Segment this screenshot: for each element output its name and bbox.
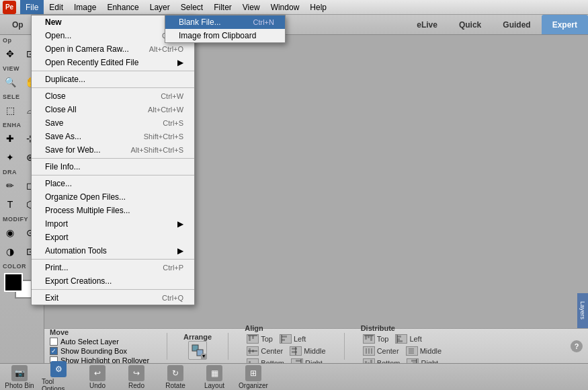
sep-6 [32, 289, 194, 290]
photo-bin-icon: 📷 [11, 365, 28, 381]
redo-label: Redo [128, 382, 144, 389]
menu-close-all[interactable]: Close All Alt+Ctrl+W [32, 103, 194, 116]
menu-select[interactable]: Select [175, 0, 208, 14]
tab-expert[interactable]: Expert [542, 15, 588, 34]
layers-label: Layers [579, 301, 586, 319]
menu-export[interactable]: Export [32, 231, 194, 244]
submenu-blank-file-label: Blank File... [179, 17, 221, 27]
undo-button[interactable]: ↩ Undo [81, 365, 114, 389]
align-center-v[interactable]: Center [245, 346, 285, 356]
foreground-color[interactable] [4, 273, 23, 292]
align-middle[interactable]: Middle [288, 346, 327, 356]
arrange-icon-1[interactable]: ▼ [188, 341, 207, 360]
svg-rect-3 [252, 336, 254, 339]
svg-rect-25 [397, 338, 400, 340]
menu-open-camera-raw[interactable]: Open in Camera Raw... Alt+Ctrl+O [32, 42, 194, 56]
menu-duplicate-label: Duplicate... [45, 75, 85, 84]
menu-close-all-label: Close All [45, 105, 77, 114]
menu-edit[interactable]: Edit [44, 0, 69, 14]
svg-rect-26 [397, 340, 403, 342]
rotate-button[interactable]: ↻ Rotate [159, 365, 192, 389]
menu-file-info[interactable]: File Info... [32, 160, 194, 173]
tab-quick[interactable]: Quick [448, 15, 492, 34]
menu-save-web-shortcut: Alt+Shift+Ctrl+S [131, 146, 184, 154]
align-top[interactable]: Top [245, 334, 275, 344]
photo-bin-button[interactable]: 📷 Photo Bin [3, 365, 36, 389]
tool-dodge[interactable]: ◑ [0, 242, 20, 261]
align-left-icon [280, 334, 292, 344]
auto-select-checkbox[interactable] [50, 338, 58, 346]
tool-brush[interactable]: ✏ [0, 176, 20, 195]
svg-rect-32 [409, 350, 414, 352]
help-button[interactable]: ? [571, 340, 583, 352]
divider-3 [344, 333, 345, 360]
auto-select-row[interactable]: Auto Select Layer [50, 338, 151, 346]
menu-exit[interactable]: Exit Ctrl+Q [32, 291, 194, 305]
show-bounding-checkbox[interactable]: ✓ [50, 347, 58, 355]
menu-automation[interactable]: Automation Tools ▶ [32, 244, 194, 258]
auto-select-label: Auto Select Layer [60, 338, 119, 346]
tool-move[interactable]: ✥ [0, 44, 20, 63]
tool-text[interactable]: T [0, 195, 20, 214]
menu-filter[interactable]: Filter [208, 0, 237, 14]
menu-exit-label: Exit [45, 293, 58, 303]
menu-print-shortcut: Ctrl+P [163, 264, 183, 272]
tool-heal[interactable]: ✦ [0, 148, 20, 167]
submenu-blank-file[interactable]: Blank File... Ctrl+N [165, 15, 285, 29]
svg-rect-20 [365, 336, 367, 340]
menu-import[interactable]: Import ▶ [32, 217, 194, 231]
dist-top[interactable]: Top [361, 334, 391, 344]
dist-left[interactable]: Left [393, 334, 423, 344]
organizer-button[interactable]: ⊞ Organizer [237, 365, 270, 389]
menu-file-info-label: File Info... [45, 162, 81, 171]
menu-window[interactable]: Window [265, 0, 305, 14]
tab-elive[interactable]: eLive [406, 15, 448, 34]
menu-save[interactable]: Save Ctrl+S [32, 116, 194, 130]
menu-image[interactable]: Image [69, 0, 101, 14]
align-middle-label: Middle [304, 347, 325, 355]
dist-center[interactable]: Center [361, 346, 401, 356]
redo-button[interactable]: ↪ Redo [120, 365, 153, 389]
menu-print-label: Print... [45, 263, 69, 272]
tool-options-button[interactable]: ⚙ Tool Options [42, 361, 75, 390]
menu-export-creations[interactable]: Export Creations... [32, 274, 194, 288]
menu-save-web[interactable]: Save for Web... Alt+Shift+Ctrl+S [32, 143, 194, 157]
menu-print[interactable]: Print... Ctrl+P [32, 261, 194, 274]
svg-rect-5 [282, 336, 287, 338]
menu-organize[interactable]: Organize Open Files... [32, 190, 194, 204]
menu-enhance[interactable]: Enhance [101, 0, 144, 14]
layers-button[interactable]: Layers [577, 293, 588, 328]
undo-label: Undo [89, 382, 106, 389]
rotate-label: Rotate [165, 382, 185, 389]
menu-layer[interactable]: Layer [144, 0, 175, 14]
menu-file[interactable]: File [20, 0, 44, 14]
svg-rect-12 [292, 351, 297, 353]
dist-top-label: Top [377, 335, 389, 343]
bottom-panel: 📷 Photo Bin ⚙ Tool Options ↩ Undo ↪ Redo… [0, 363, 588, 390]
dist-middle[interactable]: Middle [404, 346, 444, 356]
tool-blur[interactable]: ◉ [0, 223, 20, 242]
tool-eyedrop[interactable]: ✚ [0, 129, 20, 148]
menu-process-multiple[interactable]: Process Multiple Files... [32, 204, 194, 217]
tool-marquee[interactable]: ⬚ [0, 101, 20, 120]
menu-open-recent-arrow: ▶ [177, 58, 183, 67]
dist-middle-icon [406, 346, 418, 356]
menu-save-as[interactable]: Save As... Shift+Ctrl+S [32, 130, 194, 143]
show-bounding-row[interactable]: ✓ Show Bounding Box [50, 347, 151, 355]
dist-left-icon [395, 334, 407, 344]
align-left[interactable]: Left [278, 334, 308, 344]
submenu-image-clipboard[interactable]: Image from Clipboard [165, 29, 285, 42]
tab-guided[interactable]: Guided [492, 15, 541, 34]
menu-close[interactable]: Close Ctrl+W [32, 89, 194, 103]
align-center-v-icon [247, 346, 259, 356]
menu-duplicate[interactable]: Duplicate... [32, 73, 194, 86]
menu-open-recent[interactable]: Open Recently Edited File ▶ [32, 56, 194, 69]
photo-bin-label: Photo Bin [5, 382, 34, 389]
menu-help[interactable]: Help [304, 0, 332, 14]
menu-view[interactable]: View [237, 0, 265, 14]
layout-button[interactable]: ▦ Layout [198, 365, 231, 389]
new-submenu: Blank File... Ctrl+N Image from Clipboar… [165, 15, 286, 43]
menu-place[interactable]: Place... [32, 177, 194, 190]
tool-zoom[interactable]: 🔍 [0, 73, 20, 91]
menu-organize-label: Organize Open Files... [45, 192, 126, 202]
